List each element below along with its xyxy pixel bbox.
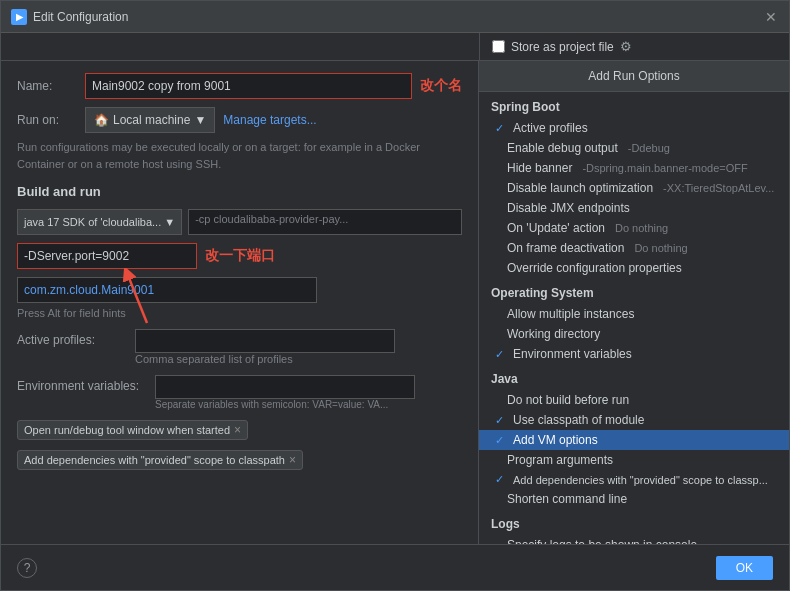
logs-section: Logs Specify logs to be shown in console… xyxy=(479,509,789,544)
check-icon: ✓ xyxy=(495,473,507,486)
edit-configuration-dialog: ▶ Edit Configuration ✕ Store as project … xyxy=(0,0,790,591)
field-hints-text: Press Alt for field hints xyxy=(17,307,462,319)
rp-item-shorten-cmd[interactable]: Shorten command line xyxy=(479,489,789,509)
close-button[interactable]: ✕ xyxy=(763,9,779,25)
os-title: Operating System xyxy=(479,278,789,304)
app-icon: ▶ xyxy=(11,9,27,25)
item-label: Environment variables xyxy=(513,347,632,361)
profiles-input[interactable] xyxy=(135,329,395,353)
check-icon: ✓ xyxy=(495,122,507,135)
name-label: Name: xyxy=(17,79,77,93)
gear-icon[interactable]: ⚙ xyxy=(620,39,632,54)
item-value: -XX:TieredStopAtLev... xyxy=(663,182,774,194)
main-class-row xyxy=(17,277,462,303)
rp-item-working-dir[interactable]: Working directory xyxy=(479,324,789,344)
rp-item-debug-output[interactable]: Enable debug output -Ddebug xyxy=(479,138,789,158)
ok-button[interactable]: OK xyxy=(716,556,773,580)
sdk-select[interactable]: java 17 SDK of 'cloudaliba... ▼ xyxy=(17,209,182,235)
chip-1-label: Add dependencies with "provided" scope t… xyxy=(24,454,285,466)
item-label: Use classpath of module xyxy=(513,413,644,427)
env-variables-section: Environment variables: Separate variable… xyxy=(17,375,462,410)
item-label: Allow multiple instances xyxy=(507,307,634,321)
run-on-value: Local machine xyxy=(113,113,190,127)
build-run-title: Build and run xyxy=(17,184,462,199)
item-label: Do not build before run xyxy=(507,393,629,407)
run-on-chevron: ▼ xyxy=(194,113,206,127)
right-panel: Add Run Options Spring Boot ✓ Active pro… xyxy=(479,61,789,544)
item-label: Disable launch optimization xyxy=(507,181,653,195)
item-label: Add dependencies with "provided" scope t… xyxy=(513,474,768,486)
profiles-hint: Comma separated list of profiles xyxy=(17,353,462,365)
run-on-home-icon: 🏠 xyxy=(94,113,109,127)
name-row: Name: 改个名 xyxy=(17,73,462,99)
rp-item-hide-banner[interactable]: Hide banner -Dspring.main.banner-mode=OF… xyxy=(479,158,789,178)
check-icon: ✓ xyxy=(495,348,507,361)
item-label: Disable JMX endpoints xyxy=(507,201,630,215)
rp-item-override-config[interactable]: Override configuration properties xyxy=(479,258,789,278)
manage-targets-link[interactable]: Manage targets... xyxy=(223,113,316,127)
item-value: Do nothing xyxy=(615,222,668,234)
rp-item-active-profiles[interactable]: ✓ Active profiles xyxy=(479,118,789,138)
run-on-label: Run on: xyxy=(17,113,77,127)
run-config-help-text: Run configurations may be executed local… xyxy=(17,139,462,172)
chips-row-1: Add dependencies with "provided" scope t… xyxy=(17,450,462,474)
item-value: -Dspring.main.banner-mode=OFF xyxy=(582,162,747,174)
left-panel: Name: 改个名 Run on: 🏠 Local machine ▼ Mana… xyxy=(1,61,479,544)
rp-item-program-args[interactable]: Program arguments xyxy=(479,450,789,470)
chip-1: Add dependencies with "provided" scope t… xyxy=(17,450,303,470)
check-icon: ✓ xyxy=(495,434,507,447)
sdk-label: java 17 SDK of 'cloudaliba... xyxy=(24,216,161,228)
cp-field: -cp cloudalibaba-provider-pay... xyxy=(188,209,462,235)
chip-0-label: Open run/debug tool window when started xyxy=(24,424,230,436)
rp-item-disable-launch[interactable]: Disable launch optimization -XX:TieredSt… xyxy=(479,178,789,198)
item-label: Shorten command line xyxy=(507,492,627,506)
main-class-input[interactable] xyxy=(17,277,317,303)
top-strip: Store as project file ⚙ xyxy=(1,33,789,61)
help-button[interactable]: ? xyxy=(17,558,37,578)
rp-item-env-vars[interactable]: ✓ Environment variables xyxy=(479,344,789,364)
item-label: On frame deactivation xyxy=(507,241,624,255)
java-title: Java xyxy=(479,364,789,390)
item-label: On 'Update' action xyxy=(507,221,605,235)
rp-item-on-update[interactable]: On 'Update' action Do nothing xyxy=(479,218,789,238)
name-annotation: 改个名 xyxy=(420,77,462,95)
sdk-row: java 17 SDK of 'cloudaliba... ▼ -cp clou… xyxy=(17,209,462,235)
chip-1-close[interactable]: × xyxy=(289,453,296,467)
rp-item-add-deps[interactable]: ✓ Add dependencies with "provided" scope… xyxy=(479,470,789,489)
chip-0: Open run/debug tool window when started … xyxy=(17,420,248,440)
dialog-title: Edit Configuration xyxy=(33,10,128,24)
add-run-options-header: Add Run Options xyxy=(479,61,789,92)
rp-item-multi-instances[interactable]: Allow multiple instances xyxy=(479,304,789,324)
rp-item-no-build[interactable]: Do not build before run xyxy=(479,390,789,410)
logs-title: Logs xyxy=(479,509,789,535)
store-project-checkbox[interactable] xyxy=(492,40,505,53)
main-content: Name: 改个名 Run on: 🏠 Local machine ▼ Mana… xyxy=(1,61,789,544)
store-project-label: Store as project file xyxy=(511,40,614,54)
rp-item-disable-jmx[interactable]: Disable JMX endpoints xyxy=(479,198,789,218)
vm-options-input[interactable] xyxy=(17,243,197,269)
store-project-row: Store as project file ⚙ xyxy=(479,33,789,60)
item-label: Add VM options xyxy=(513,433,598,447)
bottom-bar: ? OK xyxy=(1,544,789,590)
rp-item-on-deactivation[interactable]: On frame deactivation Do nothing xyxy=(479,238,789,258)
rp-item-logs-console[interactable]: Specify logs to be shown in console xyxy=(479,535,789,544)
check-icon: ✓ xyxy=(495,414,507,427)
sdk-chevron: ▼ xyxy=(164,216,175,228)
item-label: Override configuration properties xyxy=(507,261,682,275)
title-bar: ▶ Edit Configuration ✕ xyxy=(1,1,789,33)
item-value: Do nothing xyxy=(634,242,687,254)
run-on-row: Run on: 🏠 Local machine ▼ Manage targets… xyxy=(17,107,462,133)
env-hint: Separate variables with semicolon: VAR=v… xyxy=(17,399,462,410)
name-input[interactable] xyxy=(85,73,412,99)
item-label: Active profiles xyxy=(513,121,588,135)
item-label: Working directory xyxy=(507,327,600,341)
vm-options-wrapper: 改一下端口 xyxy=(17,243,462,269)
rp-item-add-vm-options[interactable]: ✓ Add VM options xyxy=(479,430,789,450)
chip-0-close[interactable]: × xyxy=(234,423,241,437)
rp-item-use-classpath[interactable]: ✓ Use classpath of module xyxy=(479,410,789,430)
run-on-select[interactable]: 🏠 Local machine ▼ xyxy=(85,107,215,133)
spring-boot-section: Spring Boot ✓ Active profiles Enable deb… xyxy=(479,92,789,278)
profiles-label: Active profiles: xyxy=(17,333,127,347)
env-input[interactable] xyxy=(155,375,415,399)
spring-boot-title: Spring Boot xyxy=(479,92,789,118)
